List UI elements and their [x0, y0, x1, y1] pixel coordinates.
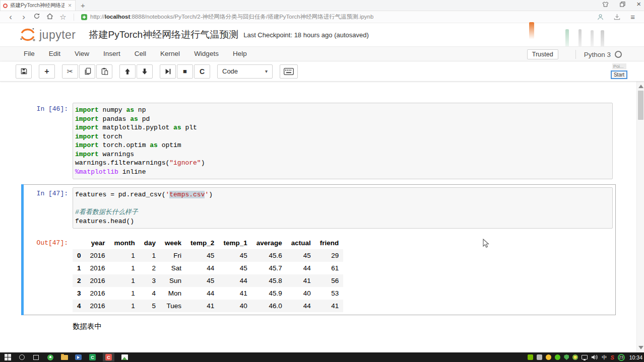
run-icon [164, 68, 171, 75]
volume-icon[interactable] [591, 354, 598, 360]
browser-tab-bar: 搭建PyTorch神经网络进行气温预测 × + × [0, 0, 644, 11]
menu-view[interactable]: View [68, 47, 96, 61]
home-icon[interactable] [43, 12, 56, 22]
menu-help[interactable]: Help [226, 47, 254, 61]
bookmark-star-icon[interactable]: ☆ [56, 12, 70, 22]
screen: 搭建PyTorch神经网络进行气温预测 × + × ‹ › ☆ http://l… [0, 0, 644, 362]
scrollbar-thumb[interactable] [638, 91, 643, 120]
taskbar-clock[interactable]: 10:34 [629, 354, 642, 360]
code-input[interactable]: features = pd.read_csv('temps.csv') #看看数… [73, 187, 613, 229]
browser-menu-icon[interactable]: ≡ [630, 13, 635, 21]
tray-badge[interactable]: 23 [618, 354, 625, 361]
save-button[interactable] [16, 64, 32, 79]
taskbar-app-video[interactable] [75, 353, 82, 361]
markdown-prompt-spacer [24, 320, 73, 331]
download-icon[interactable] [614, 14, 620, 20]
code-input[interactable]: import numpy as npimport pandas as pdimp… [73, 103, 613, 179]
tab-favicon-icon [3, 4, 8, 8]
start-button[interactable] [4, 353, 12, 361]
command-palette-button[interactable] [280, 64, 298, 79]
plus-icon: + [44, 67, 49, 76]
address-bar[interactable]: http://localhost:8888/notebooks/PyTorch/… [78, 12, 597, 22]
menu-insert[interactable]: Insert [96, 47, 127, 61]
url-host: localhost [105, 14, 130, 20]
green-tray-icon[interactable] [555, 354, 560, 360]
window-close-icon[interactable]: × [636, 1, 641, 7]
menu-kernel[interactable]: Kernel [153, 47, 187, 61]
file-explorer-button[interactable] [60, 353, 68, 361]
scrollbar-down-arrow[interactable] [638, 346, 643, 349]
table-row: 0201611Fri454545.64529 [73, 249, 343, 262]
run-cell-button[interactable] [160, 64, 176, 79]
yellow-green-tray-icon[interactable] [572, 354, 578, 360]
move-cell-up-button[interactable] [119, 64, 136, 79]
browser-tab[interactable]: 搭建PyTorch神经网络进行气温预测 × [0, 0, 76, 11]
back-icon[interactable]: ‹ [4, 12, 17, 22]
taskbar-app-recorder-active[interactable]: C [103, 353, 114, 361]
scrollbar-up-arrow[interactable] [638, 85, 643, 88]
user-profile-icon[interactable] [597, 14, 604, 20]
code-cell-2-selected[interactable]: In [47]: features = pd.read_csv('temps.c… [21, 184, 616, 315]
table-row: 3201614Mon444145.94053 [73, 287, 343, 300]
cell-type-select[interactable]: Code ▾ [217, 64, 273, 79]
url-protocol: http:// [90, 14, 105, 20]
site-security-icon[interactable] [81, 14, 87, 20]
move-cell-down-button[interactable] [137, 64, 153, 79]
interrupt-kernel-button[interactable]: ■ [177, 64, 193, 79]
menu-widgets[interactable]: Widgets [187, 47, 226, 61]
scissors-icon: ✂ [67, 67, 74, 76]
bee-tray-icon[interactable] [546, 354, 551, 360]
menu-file[interactable]: File [17, 47, 42, 61]
cortana-icon [19, 354, 25, 360]
cut-cell-button[interactable]: ✂ [62, 64, 78, 79]
forward-icon[interactable]: › [17, 12, 30, 22]
copy-cell-button[interactable] [79, 64, 95, 79]
photos-app-icon [121, 354, 128, 360]
kernel-idle-icon [615, 51, 622, 58]
artifact-orange-streak [529, 22, 534, 39]
arrow-down-icon [141, 68, 148, 75]
ime-indicator[interactable]: 中 [602, 354, 607, 361]
red-c-app-icon: C [105, 354, 112, 360]
taskbar-app-c-green[interactable]: C [89, 353, 96, 361]
notebook-title[interactable]: 搭建PyTorch神经网络进行气温预测 [89, 28, 239, 41]
add-cell-button[interactable]: + [39, 64, 55, 79]
sogou-input-icon[interactable]: S [610, 354, 614, 360]
video-app-icon [75, 354, 82, 360]
browser-skin-icon[interactable] [602, 2, 609, 7]
nvidia-tray-icon[interactable] [528, 354, 533, 360]
refresh-icon[interactable] [30, 12, 43, 22]
trusted-button[interactable]: Trusted [527, 49, 558, 59]
gray-tray-icon[interactable] [537, 354, 542, 360]
cell-output: Out[47]: yearmonthdayweektemp_2temp_1ave… [24, 237, 613, 312]
browser-nav-bar: ‹ › ☆ http://localhost:8888/notebooks/Py… [0, 11, 644, 23]
green-circle-app-icon [47, 354, 53, 360]
window-restore-icon[interactable] [620, 2, 625, 7]
menu-edit[interactable]: Edit [42, 47, 68, 61]
code-cell-1[interactable]: In [46]: import numpy as npimport pandas… [21, 100, 616, 182]
recorder-start-button[interactable]: Start [611, 70, 627, 79]
markdown-cell[interactable]: 数据表中 [21, 317, 616, 334]
taskbar-app-green[interactable] [46, 353, 54, 361]
menu-cell[interactable]: Cell [127, 47, 153, 61]
paste-icon [101, 67, 108, 75]
paste-cell-button[interactable] [96, 64, 112, 79]
green-c-app-icon: C [89, 354, 96, 360]
cortana-button[interactable] [18, 353, 26, 361]
jupyter-logo[interactable]: jupyter [19, 28, 76, 42]
page-scrollbar[interactable] [636, 82, 644, 352]
new-tab-button[interactable]: + [76, 1, 90, 11]
recorder-label: Poi... [612, 63, 626, 69]
task-view-button[interactable] [32, 353, 40, 361]
security-shield-tray-icon[interactable] [564, 354, 569, 360]
url-text: http://localhost:8888/notebooks/PyTorch/… [90, 13, 373, 21]
restart-kernel-button[interactable]: C [194, 64, 210, 79]
kernel-name: Python 3 [584, 51, 611, 58]
tab-close-icon[interactable]: × [67, 2, 73, 9]
photos-app-button[interactable] [121, 353, 128, 361]
jupyter-header: jupyter 搭建PyTorch神经网络进行气温预测 Last Checkpo… [0, 23, 644, 46]
arrow-up-icon [124, 68, 131, 75]
stop-icon: ■ [183, 67, 187, 75]
network-icon[interactable] [582, 355, 588, 359]
notebook-area: In [46]: import numpy as npimport pandas… [0, 82, 644, 352]
